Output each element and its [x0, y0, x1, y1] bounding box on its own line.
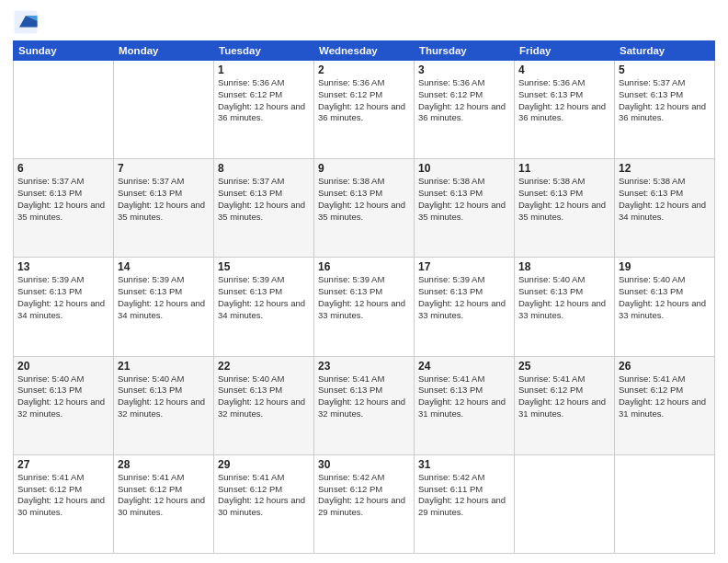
day-number: 31	[418, 458, 510, 471]
day-cell: 14Sunrise: 5:39 AMSunset: 6:13 PMDayligh…	[114, 258, 214, 356]
day-number: 28	[118, 458, 210, 471]
week-row-0: 1Sunrise: 5:36 AMSunset: 6:12 PMDaylight…	[14, 61, 715, 159]
day-cell: 13Sunrise: 5:39 AMSunset: 6:13 PMDayligh…	[14, 258, 114, 356]
day-detail: Sunrise: 5:41 AMSunset: 6:12 PMDaylight:…	[218, 472, 310, 519]
day-detail: Sunrise: 5:40 AMSunset: 6:13 PMDaylight:…	[518, 274, 610, 321]
day-cell: 29Sunrise: 5:41 AMSunset: 6:12 PMDayligh…	[214, 454, 314, 553]
day-cell	[14, 61, 114, 159]
day-cell: 24Sunrise: 5:41 AMSunset: 6:13 PMDayligh…	[415, 356, 515, 454]
day-number: 9	[318, 162, 410, 175]
day-cell: 6Sunrise: 5:37 AMSunset: 6:13 PMDaylight…	[14, 159, 114, 258]
weekday-header-wednesday: Wednesday	[314, 41, 415, 61]
day-number: 15	[218, 260, 310, 273]
day-detail: Sunrise: 5:38 AMSunset: 6:13 PMDaylight:…	[318, 176, 410, 223]
day-number: 14	[118, 260, 210, 273]
day-cell: 16Sunrise: 5:39 AMSunset: 6:13 PMDayligh…	[314, 258, 415, 356]
logo	[13, 9, 42, 35]
day-detail: Sunrise: 5:40 AMSunset: 6:13 PMDaylight:…	[17, 373, 109, 420]
day-number: 4	[518, 63, 610, 76]
day-cell: 1Sunrise: 5:36 AMSunset: 6:12 PMDaylight…	[214, 61, 314, 159]
day-detail: Sunrise: 5:39 AMSunset: 6:13 PMDaylight:…	[418, 274, 510, 321]
day-number: 11	[518, 162, 610, 175]
day-number: 20	[17, 360, 109, 373]
day-detail: Sunrise: 5:40 AMSunset: 6:13 PMDaylight:…	[218, 373, 310, 420]
day-cell: 28Sunrise: 5:41 AMSunset: 6:12 PMDayligh…	[114, 454, 214, 553]
day-number: 27	[17, 458, 109, 471]
day-detail: Sunrise: 5:42 AMSunset: 6:12 PMDaylight:…	[318, 472, 410, 519]
day-detail: Sunrise: 5:40 AMSunset: 6:13 PMDaylight:…	[619, 274, 711, 321]
day-number: 16	[318, 260, 410, 273]
weekday-header-friday: Friday	[515, 41, 615, 61]
day-detail: Sunrise: 5:37 AMSunset: 6:13 PMDaylight:…	[619, 77, 711, 124]
day-detail: Sunrise: 5:37 AMSunset: 6:13 PMDaylight:…	[118, 176, 210, 223]
day-number: 25	[518, 360, 610, 373]
week-row-4: 27Sunrise: 5:41 AMSunset: 6:12 PMDayligh…	[14, 454, 715, 553]
day-number: 6	[17, 162, 109, 175]
week-row-1: 6Sunrise: 5:37 AMSunset: 6:13 PMDaylight…	[14, 159, 715, 258]
day-cell: 12Sunrise: 5:38 AMSunset: 6:13 PMDayligh…	[615, 159, 715, 258]
day-detail: Sunrise: 5:39 AMSunset: 6:13 PMDaylight:…	[218, 274, 310, 321]
day-number: 1	[218, 63, 310, 76]
day-detail: Sunrise: 5:41 AMSunset: 6:13 PMDaylight:…	[318, 373, 410, 420]
day-cell: 26Sunrise: 5:41 AMSunset: 6:12 PMDayligh…	[615, 356, 715, 454]
day-number: 30	[318, 458, 410, 471]
weekday-header-tuesday: Tuesday	[214, 41, 314, 61]
day-cell: 9Sunrise: 5:38 AMSunset: 6:13 PMDaylight…	[314, 159, 415, 258]
day-detail: Sunrise: 5:36 AMSunset: 6:13 PMDaylight:…	[518, 77, 610, 124]
day-number: 3	[418, 63, 510, 76]
day-cell: 3Sunrise: 5:36 AMSunset: 6:12 PMDaylight…	[415, 61, 515, 159]
calendar: SundayMondayTuesdayWednesdayThursdayFrid…	[13, 40, 715, 554]
logo-icon	[13, 9, 39, 35]
weekday-header-monday: Monday	[114, 41, 214, 61]
day-cell	[114, 61, 214, 159]
day-number: 26	[619, 360, 711, 373]
day-number: 29	[218, 458, 310, 471]
day-cell: 31Sunrise: 5:42 AMSunset: 6:11 PMDayligh…	[415, 454, 515, 553]
day-number: 22	[218, 360, 310, 373]
day-number: 18	[518, 260, 610, 273]
day-detail: Sunrise: 5:38 AMSunset: 6:13 PMDaylight:…	[619, 176, 711, 223]
day-number: 7	[118, 162, 210, 175]
day-cell: 2Sunrise: 5:36 AMSunset: 6:12 PMDaylight…	[314, 61, 415, 159]
day-cell: 20Sunrise: 5:40 AMSunset: 6:13 PMDayligh…	[14, 356, 114, 454]
day-number: 13	[17, 260, 109, 273]
day-detail: Sunrise: 5:36 AMSunset: 6:12 PMDaylight:…	[318, 77, 410, 124]
day-number: 12	[619, 162, 711, 175]
day-cell: 15Sunrise: 5:39 AMSunset: 6:13 PMDayligh…	[214, 258, 314, 356]
weekday-header-row: SundayMondayTuesdayWednesdayThursdayFrid…	[14, 41, 715, 61]
day-cell: 22Sunrise: 5:40 AMSunset: 6:13 PMDayligh…	[214, 356, 314, 454]
day-detail: Sunrise: 5:38 AMSunset: 6:13 PMDaylight:…	[518, 176, 610, 223]
day-cell: 19Sunrise: 5:40 AMSunset: 6:13 PMDayligh…	[615, 258, 715, 356]
day-cell: 8Sunrise: 5:37 AMSunset: 6:13 PMDaylight…	[214, 159, 314, 258]
day-cell: 11Sunrise: 5:38 AMSunset: 6:13 PMDayligh…	[515, 159, 615, 258]
day-number: 19	[619, 260, 711, 273]
weekday-header-thursday: Thursday	[415, 41, 515, 61]
day-number: 23	[318, 360, 410, 373]
day-detail: Sunrise: 5:41 AMSunset: 6:12 PMDaylight:…	[17, 472, 109, 519]
day-detail: Sunrise: 5:36 AMSunset: 6:12 PMDaylight:…	[418, 77, 510, 124]
day-cell: 17Sunrise: 5:39 AMSunset: 6:13 PMDayligh…	[415, 258, 515, 356]
day-cell: 25Sunrise: 5:41 AMSunset: 6:12 PMDayligh…	[515, 356, 615, 454]
day-detail: Sunrise: 5:38 AMSunset: 6:13 PMDaylight:…	[418, 176, 510, 223]
weekday-header-sunday: Sunday	[14, 41, 114, 61]
day-cell: 23Sunrise: 5:41 AMSunset: 6:13 PMDayligh…	[314, 356, 415, 454]
day-detail: Sunrise: 5:39 AMSunset: 6:13 PMDaylight:…	[118, 274, 210, 321]
day-detail: Sunrise: 5:37 AMSunset: 6:13 PMDaylight:…	[17, 176, 109, 223]
header	[13, 9, 715, 35]
day-detail: Sunrise: 5:39 AMSunset: 6:13 PMDaylight:…	[318, 274, 410, 321]
day-cell	[515, 454, 615, 553]
page: SundayMondayTuesdayWednesdayThursdayFrid…	[0, 0, 728, 563]
day-cell: 5Sunrise: 5:37 AMSunset: 6:13 PMDaylight…	[615, 61, 715, 159]
day-detail: Sunrise: 5:41 AMSunset: 6:12 PMDaylight:…	[518, 373, 610, 420]
day-detail: Sunrise: 5:36 AMSunset: 6:12 PMDaylight:…	[218, 77, 310, 124]
day-cell	[615, 454, 715, 553]
day-detail: Sunrise: 5:41 AMSunset: 6:13 PMDaylight:…	[418, 373, 510, 420]
day-number: 5	[619, 63, 711, 76]
day-number: 8	[218, 162, 310, 175]
day-detail: Sunrise: 5:41 AMSunset: 6:12 PMDaylight:…	[118, 472, 210, 519]
week-row-2: 13Sunrise: 5:39 AMSunset: 6:13 PMDayligh…	[14, 258, 715, 356]
day-cell: 27Sunrise: 5:41 AMSunset: 6:12 PMDayligh…	[14, 454, 114, 553]
day-cell: 10Sunrise: 5:38 AMSunset: 6:13 PMDayligh…	[415, 159, 515, 258]
day-number: 21	[118, 360, 210, 373]
day-detail: Sunrise: 5:37 AMSunset: 6:13 PMDaylight:…	[218, 176, 310, 223]
